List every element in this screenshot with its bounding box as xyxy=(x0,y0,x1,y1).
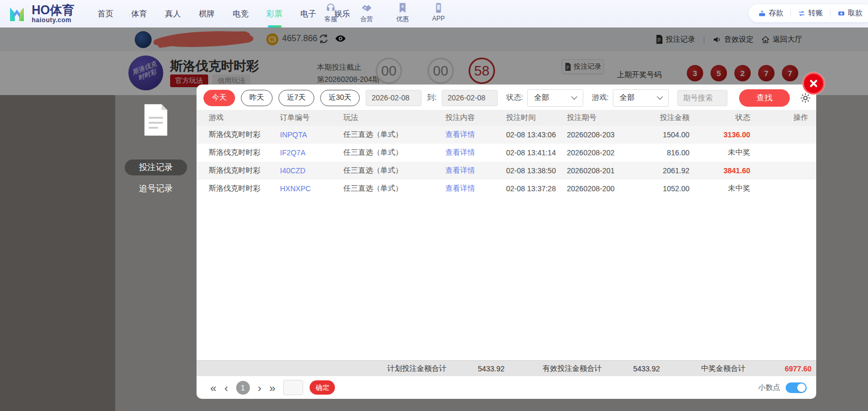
valid-total-label: 有效投注金额合计 xyxy=(543,364,602,373)
first-page-button[interactable]: « xyxy=(210,382,217,393)
sidebar-item-bet-records[interactable]: 投注记录 xyxy=(125,160,187,175)
nav-esports[interactable]: 电竞 xyxy=(232,6,250,22)
cell-amount: 2061.92 xyxy=(658,166,689,175)
cell-period: 20260208-201 xyxy=(567,166,658,175)
logo-domain: haiouty.com xyxy=(32,16,74,24)
view-detail-link[interactable]: 查看详情 xyxy=(445,166,506,175)
screen: 4657.866 投注记录 | 音效设定 返回大厅 xyxy=(0,0,868,411)
view-detail-link[interactable]: 查看详情 xyxy=(445,148,506,157)
cell-amount: 816.00 xyxy=(658,148,689,157)
pagination: « ‹ 1 › » 确定 xyxy=(197,376,816,399)
cell-order-link[interactable]: I40CZD xyxy=(280,166,343,175)
nav-slots[interactable]: 电子 xyxy=(300,6,318,22)
phone-app-icon xyxy=(433,2,444,14)
filter-today-button[interactable]: 今天 xyxy=(203,90,235,106)
handshake-icon xyxy=(361,2,372,14)
transfer-icon xyxy=(798,10,806,17)
cell-period: 20260208-202 xyxy=(567,148,658,157)
cell-play: 任三直选（单式） xyxy=(343,148,445,157)
app-download-item[interactable]: APP xyxy=(427,2,450,24)
headset-icon xyxy=(325,2,337,14)
sidebar-item-chase-records[interactable]: 追号记录 xyxy=(125,181,187,197)
top-navbar: HO体育 haiouty.com 首页 体育 真人 棋牌 电竞 彩票 电子 娱乐… xyxy=(0,0,868,27)
date-to-input[interactable] xyxy=(442,90,498,106)
status-select[interactable]: 全部 xyxy=(527,89,583,107)
next-page-button[interactable]: › xyxy=(258,382,262,393)
withdraw-icon xyxy=(837,10,845,17)
cell-order-link[interactable]: INPQTA xyxy=(280,130,343,139)
filter-last30-button[interactable]: 近30天 xyxy=(320,90,360,106)
nav-board-games[interactable]: 棋牌 xyxy=(198,6,216,22)
decimal-control: 小数点 xyxy=(758,376,807,399)
table-row: 斯洛伐克时时彩 I40CZD 任三直选（单式） 查看详情 02-08 13:38… xyxy=(197,162,816,180)
current-page-badge[interactable]: 1 xyxy=(236,381,250,395)
cell-status: 未中奖 xyxy=(689,184,750,193)
chevron-down-icon xyxy=(657,94,662,99)
logo[interactable]: HO体育 haiouty.com xyxy=(6,3,74,24)
promotions-item[interactable]: ¥ 优惠 xyxy=(391,2,414,24)
view-detail-link[interactable]: 查看详情 xyxy=(445,184,506,193)
customer-service-item[interactable]: 客服 xyxy=(319,2,342,24)
cell-game: 斯洛伐克时时彩 xyxy=(209,184,280,193)
record-document-icon xyxy=(142,104,170,136)
nav-sports[interactable]: 体育 xyxy=(130,6,148,22)
win-total-value: 6977.60 xyxy=(745,365,811,373)
logo-icon xyxy=(6,3,27,24)
page-jump-input[interactable] xyxy=(283,380,303,395)
to-label: 到: xyxy=(427,93,436,102)
confirm-page-button[interactable]: 确定 xyxy=(310,380,335,395)
logo-title: HO体育 xyxy=(32,4,74,16)
table-body: 斯洛伐克时时彩 INPQTA 任三直选（单式） 查看详情 02-08 13:43… xyxy=(197,126,816,198)
toggle-knob xyxy=(797,384,806,392)
withdraw-link[interactable]: 取款 xyxy=(837,8,863,18)
nav-lottery-active[interactable]: 彩票 xyxy=(266,6,284,22)
quick-icons: 客服 合营 ¥ 优惠 APP xyxy=(319,2,450,24)
transfer-link[interactable]: 转账 xyxy=(798,8,823,18)
cell-game: 斯洛伐克时时彩 xyxy=(209,148,280,157)
cell-time: 02-08 13:37:28 xyxy=(506,184,567,193)
last-page-button[interactable]: » xyxy=(269,382,276,393)
cell-status: 3841.60 xyxy=(689,166,750,175)
modal-close-button[interactable] xyxy=(802,72,825,95)
cell-status: 未中奖 xyxy=(689,148,750,157)
cell-play: 任三直选（单式） xyxy=(343,184,445,193)
search-button[interactable]: 查找 xyxy=(739,89,790,107)
decimal-toggle[interactable] xyxy=(786,382,807,393)
filter-last7-button[interactable]: 近7天 xyxy=(278,90,314,106)
cell-order-link[interactable]: IF2Q7A xyxy=(280,148,343,157)
svg-text:¥: ¥ xyxy=(401,4,404,9)
cell-amount: 1052.00 xyxy=(658,184,689,193)
close-icon xyxy=(809,79,818,88)
divider xyxy=(790,10,791,17)
prev-page-button[interactable]: ‹ xyxy=(225,382,228,393)
nav-live[interactable]: 真人 xyxy=(164,6,182,22)
view-detail-link[interactable]: 查看详情 xyxy=(445,130,506,139)
active-tab-indicator xyxy=(268,25,282,27)
divider xyxy=(830,10,830,17)
cell-time: 02-08 13:43:06 xyxy=(506,130,567,139)
cell-status: 3136.00 xyxy=(689,130,750,139)
cell-period: 20260208-203 xyxy=(567,130,658,139)
bet-records-modal: 今天 昨天 近7天 近30天 到: 状态: 全部 游戏: 全部 查找 xyxy=(197,85,816,399)
plan-total-label: 计划投注金额合计 xyxy=(387,364,446,373)
game-select[interactable]: 全部 xyxy=(613,89,669,107)
cell-order-link[interactable]: HXNXPC xyxy=(280,184,343,193)
plan-total-value: 5433.92 xyxy=(446,365,505,373)
filter-yesterday-button[interactable]: 昨天 xyxy=(241,90,273,106)
nav-links: 首页 体育 真人 棋牌 电竞 彩票 电子 娱乐 xyxy=(97,6,351,22)
table-row: 斯洛伐克时时彩 INPQTA 任三直选（单式） 查看详情 02-08 13:43… xyxy=(197,126,816,144)
cell-time: 02-08 13:38:50 xyxy=(506,166,567,175)
deposit-icon xyxy=(758,10,766,17)
cell-play: 任三直选（单式） xyxy=(343,166,445,175)
partnership-item[interactable]: 合营 xyxy=(355,2,378,24)
table-header: 游戏 订单编号 玩法 投注内容 投注时间 投注期号 投注金额 状态 操作 xyxy=(197,110,816,126)
game-label: 游戏: xyxy=(592,93,609,102)
valid-total-value: 5433.92 xyxy=(602,365,660,373)
nav-home[interactable]: 首页 xyxy=(97,6,115,22)
cell-play: 任三直选（单式） xyxy=(343,130,445,139)
date-from-input[interactable] xyxy=(366,90,422,106)
cell-game: 斯洛伐克时时彩 xyxy=(209,130,280,139)
period-search-input[interactable] xyxy=(677,90,727,106)
summary-row: 计划投注金额合计 5433.92 有效投注金额合计 5433.92 中奖金额合计… xyxy=(197,360,816,376)
deposit-link[interactable]: 存款 xyxy=(758,8,783,18)
